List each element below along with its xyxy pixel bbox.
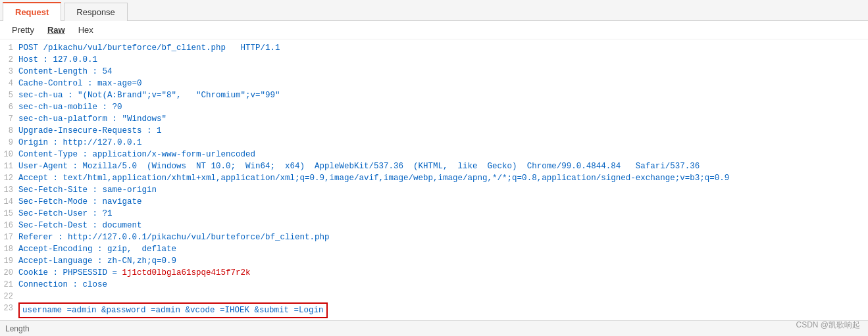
line-number: 16 — [0, 220, 18, 231]
line-number: 7 — [0, 113, 18, 125]
watermark: CSDN @凯歌响起 — [796, 320, 860, 331]
table-row: 2Host : 127.0.0.1 — [0, 54, 868, 66]
table-row: 22 — [0, 291, 868, 302]
tab-response[interactable]: Response — [64, 3, 128, 21]
subtab-raw[interactable]: Raw — [41, 24, 72, 36]
line-number: 5 — [0, 89, 18, 101]
line-content: Cookie : PHPSESSID = 1j1ctd0lbgla61spqe4… — [18, 267, 251, 279]
line-content: sec-ch-ua-platform : "Windows" — [18, 113, 166, 125]
line-number: 14 — [0, 196, 18, 208]
table-row: 5sec-ch-ua : "(Not(A:Brand";v="8", "Chro… — [0, 89, 868, 101]
line-content: Sec-Fetch-Site : same-origin — [18, 184, 157, 196]
line-content: Sec-Fetch-User : ?1 — [18, 208, 113, 220]
table-row: 20Cookie : PHPSESSID = 1j1ctd0lbgla61spq… — [0, 267, 868, 279]
table-row: 15Sec-Fetch-User : ?1 — [0, 208, 868, 220]
table-row: 6sec-ch-ua-mobile : ?0 — [0, 101, 868, 113]
line-number: 18 — [0, 243, 18, 255]
subtab-bar: Pretty Raw Hex — [0, 21, 868, 39]
line-number: 10 — [0, 149, 18, 160]
line-content: Referer : http://127.0.0.1/pikachu/vul/b… — [18, 231, 330, 243]
line-content: Accept-Language : zh-CN,zh;q=0.9 — [18, 255, 176, 267]
table-row: 3Content-Length : 54 — [0, 66, 868, 78]
subtab-pretty[interactable]: Pretty — [5, 24, 41, 36]
line-number: 21 — [0, 279, 18, 291]
table-row: 16Sec-Fetch-Dest : document — [0, 220, 868, 231]
line-content: User-Agent : Mozilla/5.0 (Windows NT 10.… — [18, 160, 700, 172]
line-number: 20 — [0, 267, 18, 279]
line-content: Upgrade-Insecure-Requests : 1 — [18, 125, 162, 137]
line-content: sec-ch-ua-mobile : ?0 — [18, 101, 122, 113]
line-content: Cache-Control : max-age=0 — [18, 78, 142, 89]
line-number: 4 — [0, 78, 18, 89]
line-number: 8 — [0, 125, 18, 137]
line-number: 1 — [0, 42, 18, 54]
line-number: 3 — [0, 66, 18, 78]
table-row: 9Origin : http://127.0.0.1 — [0, 137, 868, 149]
line-content: Sec-Fetch-Dest : document — [18, 220, 142, 231]
line-number: 19 — [0, 255, 18, 267]
table-row: 13Sec-Fetch-Site : same-origin — [0, 184, 868, 196]
tab-request[interactable]: Request — [3, 2, 61, 21]
line-content: Accept : text/html,application/xhtml+xml… — [18, 172, 729, 184]
line-number: 17 — [0, 231, 18, 243]
table-row: 1POST /pikachu/vul/burteforce/bf_client.… — [0, 42, 868, 54]
line-number: 15 — [0, 208, 18, 220]
table-row: 19Accept-Language : zh-CN,zh;q=0.9 — [0, 255, 868, 267]
table-row: 7sec-ch-ua-platform : "Windows" — [0, 113, 868, 125]
line-number: 23 — [0, 302, 18, 314]
line-number: 13 — [0, 184, 18, 196]
line-content: Content-Length : 54 — [18, 66, 113, 78]
table-row: 10Content-Type : application/x-www-form-… — [0, 149, 868, 160]
table-row: 18Accept-Encoding : gzip, deflate — [0, 243, 868, 255]
highlighted-payload: username =admin &password =admin &vcode … — [18, 302, 328, 318]
subtab-hex[interactable]: Hex — [72, 24, 100, 36]
code-content: 1POST /pikachu/vul/burteforce/bf_client.… — [0, 39, 868, 320]
line-content: Accept-Encoding : gzip, deflate — [18, 243, 176, 255]
line-number: 22 — [0, 291, 18, 302]
line-content: Content-Type : application/x-www-form-ur… — [18, 149, 255, 160]
table-row: 12Accept : text/html,application/xhtml+x… — [0, 172, 868, 184]
line-content: sec-ch-ua : "(Not(A:Brand";v="8", "Chrom… — [18, 89, 280, 101]
table-row: 21Connection : close — [0, 279, 868, 291]
line-number: 12 — [0, 172, 18, 184]
line-number: 2 — [0, 54, 18, 66]
table-row: 17Referer : http://127.0.0.1/pikachu/vul… — [0, 231, 868, 243]
table-row: 4Cache-Control : max-age=0 — [0, 78, 868, 89]
main-tab-bar: Request Response — [0, 0, 868, 21]
line-content: Sec-Fetch-Mode : navigate — [18, 196, 142, 208]
line-content: username =admin &password =admin &vcode … — [18, 302, 328, 318]
line-number: 9 — [0, 137, 18, 149]
line-content: Origin : http://127.0.0.1 — [18, 137, 142, 149]
status-bar: Length — [0, 320, 868, 336]
table-row: 23username =admin &password =admin &vcod… — [0, 302, 868, 318]
line-content: Host : 127.0.0.1 — [18, 54, 97, 66]
table-row: 8Upgrade-Insecure-Requests : 1 — [0, 125, 868, 137]
table-row: 14Sec-Fetch-Mode : navigate — [0, 196, 868, 208]
line-content: POST /pikachu/vul/burteforce/bf_client.p… — [18, 42, 280, 54]
line-content: Connection : close — [18, 279, 107, 291]
table-row: 11User-Agent : Mozilla/5.0 (Windows NT 1… — [0, 160, 868, 172]
length-label: Length — [5, 324, 30, 333]
line-number: 6 — [0, 101, 18, 113]
line-number: 11 — [0, 160, 18, 172]
